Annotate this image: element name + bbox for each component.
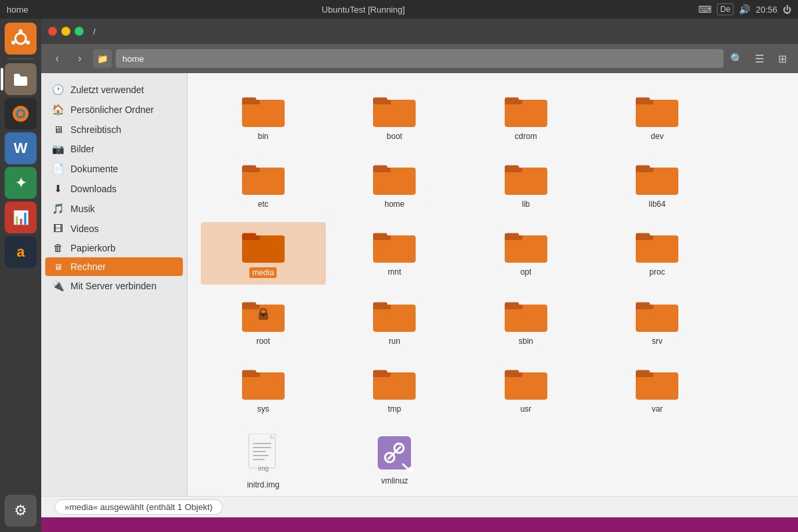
sidebar-label-videos: Videos — [70, 223, 99, 234]
home-icon: 🏠 — [52, 104, 64, 116]
launcher-writer[interactable]: W — [5, 132, 37, 164]
file-item-mnt[interactable]: mnt — [332, 222, 458, 285]
main-window: / ‹ › 📁 home 🔍 ☰ ⊞ 🕐 Zuletzt verwendet 🏠… — [41, 19, 798, 517]
trash-icon: 🗑 — [52, 242, 64, 253]
svg-rect-41 — [505, 233, 519, 240]
launcher-amazon[interactable]: a — [5, 236, 37, 268]
file-item-sys[interactable]: sys — [201, 359, 326, 420]
file-item-root[interactable]: root — [201, 291, 326, 352]
svg-rect-11 — [242, 97, 256, 104]
file-item-opt[interactable]: opt — [464, 222, 589, 285]
downloads-icon: ⬇ — [52, 183, 64, 195]
file-item-tmp[interactable]: tmp — [332, 359, 458, 420]
power-icon[interactable]: ⏻ — [783, 5, 791, 15]
file-label: tmp — [388, 404, 401, 414]
file-item-sbin[interactable]: sbin — [464, 291, 589, 352]
folder-icon — [636, 298, 678, 332]
app-menu-label[interactable]: home — [7, 5, 29, 15]
sidebar-item-pictures[interactable]: 📷 Bilder — [41, 139, 187, 159]
status-bar: »media« ausgewählt (enthält 1 Objekt) — [41, 496, 798, 517]
launcher-calc[interactable]: ✦ — [5, 167, 37, 199]
search-button[interactable]: 🔍 — [728, 49, 746, 68]
sidebar-item-documents[interactable]: 📄 Dokumente — [41, 159, 187, 179]
forward-button[interactable]: › — [70, 49, 89, 68]
file-label: boot — [387, 132, 402, 141]
file-item-var[interactable]: var — [595, 359, 720, 420]
close-button[interactable] — [48, 27, 57, 36]
address-bar[interactable]: home — [116, 49, 724, 68]
file-item-run[interactable]: run — [332, 291, 458, 352]
volume-icon[interactable]: 🔊 — [739, 4, 750, 15]
file-item-proc[interactable]: proc — [595, 222, 720, 285]
documents-icon: 📄 — [52, 163, 64, 175]
folder-icon — [373, 161, 416, 196]
file-label: run — [389, 336, 400, 346]
file-item-home[interactable]: home — [332, 154, 458, 215]
file-label: sys — [257, 404, 269, 414]
svg-rect-77 — [253, 459, 265, 460]
folder-icon — [373, 298, 416, 332]
file-item-usr[interactable]: usr — [464, 359, 589, 420]
sidebar-item-home[interactable]: 🏠 Persönlicher Ordner — [41, 100, 187, 120]
svg-point-8 — [18, 111, 23, 116]
file-item-srv[interactable]: srv — [595, 291, 720, 352]
connect-icon: 🔌 — [52, 280, 64, 292]
sidebar-item-videos[interactable]: 🎞 Videos — [41, 219, 187, 238]
svg-rect-5 — [14, 76, 27, 86]
grid-view-button[interactable]: ⊞ — [773, 49, 791, 68]
toolbar-right: 🔍 ☰ ⊞ — [728, 49, 791, 68]
sidebar-item-desktop[interactable]: 🖥 Schreibtisch — [41, 120, 187, 139]
file-item-vmlinuz[interactable]: vmlinuz — [332, 427, 458, 496]
file-label: dev — [651, 132, 664, 141]
file-item-lib64[interactable]: lib64 — [595, 154, 720, 215]
file-item-lib[interactable]: lib — [464, 154, 589, 215]
svg-point-3 — [11, 41, 15, 45]
sidebar: 🕐 Zuletzt verwendet 🏠 Persönlicher Ordne… — [41, 73, 188, 496]
folder-icon — [636, 93, 678, 128]
sidebar-item-recent[interactable]: 🕐 Zuletzt verwendet — [41, 80, 187, 100]
document-icon: img — [246, 434, 281, 476]
sidebar-item-downloads[interactable]: ⬇ Downloads — [41, 179, 187, 199]
sidebar-label-recent: Zuletzt verwendet — [70, 84, 144, 95]
file-item-initrd.img[interactable]: img initrd.img — [201, 427, 326, 496]
list-view-button[interactable]: ☰ — [750, 49, 769, 68]
file-item-cdrom[interactable]: cdrom — [464, 86, 589, 148]
sidebar-item-trash[interactable]: 🗑 Papierkorb — [41, 238, 187, 257]
file-item-media[interactable]: media — [201, 222, 326, 285]
launcher-files[interactable] — [5, 63, 37, 95]
sidebar-label-music: Musik — [70, 203, 95, 214]
file-item-etc[interactable]: etc — [201, 154, 326, 215]
back-button[interactable]: ‹ — [48, 49, 66, 68]
file-item-boot[interactable]: boot — [332, 86, 458, 148]
sidebar-item-computer[interactable]: 🖥 Rechner — [45, 257, 183, 276]
status-text: »media« ausgewählt (enthält 1 Objekt) — [55, 499, 223, 515]
launcher-ubuntu[interactable] — [5, 23, 37, 55]
launcher-impress[interactable]: 📊 — [5, 201, 37, 233]
maximize-button[interactable] — [74, 27, 84, 36]
svg-rect-14 — [373, 97, 387, 104]
videos-icon: 🎞 — [52, 223, 64, 234]
folder-icon — [505, 161, 547, 196]
svg-rect-32 — [636, 165, 650, 172]
sidebar-item-connect[interactable]: 🔌 Mit Server verbinden — [41, 276, 187, 296]
minimize-button[interactable] — [61, 27, 70, 36]
address-text: home — [122, 54, 144, 64]
file-label: mnt — [388, 267, 401, 277]
launcher-separator — [7, 59, 34, 59]
launcher-firefox[interactable] — [5, 98, 37, 130]
file-item-bin[interactable]: bin — [201, 86, 326, 148]
window-title: UbuntuTest [Running] — [29, 5, 699, 15]
keyboard-layout[interactable]: De — [717, 3, 733, 15]
file-item-dev[interactable]: dev — [595, 86, 720, 148]
location-toggle[interactable]: 📁 — [93, 49, 112, 68]
launcher-settings[interactable]: ⚙ — [5, 495, 37, 527]
svg-rect-65 — [373, 370, 387, 377]
folder-icon — [505, 366, 547, 400]
file-label: sbin — [519, 336, 533, 346]
svg-rect-62 — [242, 370, 256, 377]
svg-rect-59 — [636, 302, 650, 309]
svg-rect-17 — [505, 97, 519, 104]
svg-rect-26 — [373, 165, 387, 172]
sidebar-item-music[interactable]: 🎵 Musik — [41, 199, 187, 219]
file-label: usr — [520, 404, 531, 414]
